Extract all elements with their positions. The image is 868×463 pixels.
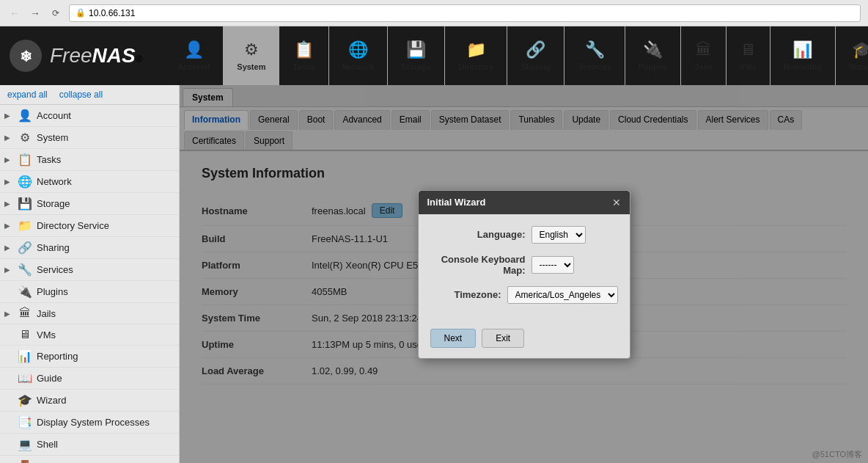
sidebar-label-wizard: Wizard (37, 395, 66, 406)
next-button[interactable]: Next (430, 329, 477, 348)
nav-item-account[interactable]: 👤 Account (164, 26, 224, 85)
sidebar-label-tasks: Tasks (37, 154, 61, 165)
expand-icon-system: ▶ (4, 134, 10, 142)
sidebar-label-vms: VMs (37, 329, 56, 340)
nav-item-jails[interactable]: 🏛 Jails (681, 26, 726, 85)
nav-label-jails: Jails (694, 62, 712, 71)
network-icon: 🌐 (348, 40, 368, 59)
expand-icon-services: ▶ (4, 266, 10, 274)
nav-item-vms[interactable]: 🖥 VMs (727, 26, 770, 85)
timezone-field: Timezone: America/Los_Angeles (430, 286, 618, 304)
url-icon: 🔒 (76, 8, 86, 18)
nav-item-plugins[interactable]: 🔌 Plugins (625, 26, 682, 85)
nav-label-directory: Directory (458, 62, 493, 71)
collapse-all-link[interactable]: collapse all (59, 90, 103, 100)
logo-text: FreeNAS® (50, 44, 142, 68)
tasks-sidebar-icon: 📋 (18, 153, 32, 167)
expand-icon-jails: ▶ (4, 310, 10, 318)
sidebar-label-plugins: Plugins (37, 286, 68, 297)
nav-item-network[interactable]: 🌐 Network (329, 26, 388, 85)
timezone-select[interactable]: America/Los_Angeles (507, 286, 618, 304)
keyboard-select[interactable]: ------ (532, 256, 574, 274)
sidebar-item-account[interactable]: ▶ 👤 Account (0, 105, 179, 127)
sidebar-item-plugins[interactable]: ▶ 🔌 Plugins (0, 281, 179, 303)
modal-overlay: Initial Wizard ✕ Language: English Conso… (180, 85, 868, 463)
logo-free: Free (50, 44, 92, 67)
account-sidebar-icon: 👤 (18, 109, 32, 123)
vms-sidebar-icon: 🖥 (18, 328, 32, 341)
url-text: 10.0.66.131 (89, 8, 135, 18)
vms-icon: 🖥 (740, 40, 756, 59)
sidebar-label-storage: Storage (37, 198, 70, 209)
sidebar-item-sharing[interactable]: ▶ 🔗 Sharing (0, 237, 179, 259)
nav-item-wizard[interactable]: 🎓 Wizard (836, 26, 868, 85)
reporting-icon: 📊 (792, 40, 812, 59)
display-sidebar-icon: 📑 (18, 415, 32, 429)
services-sidebar-icon: 🔧 (18, 263, 32, 277)
sidebar-item-services[interactable]: ▶ 🔧 Services (0, 259, 179, 281)
sidebar-item-system[interactable]: ▶ ⚙ System (0, 127, 179, 149)
sidebar-label-directory: Directory Service (37, 220, 109, 231)
nav-item-tasks[interactable]: 📋 Tasks (279, 26, 328, 85)
logo-area: ❄ FreeNAS® (7, 37, 142, 74)
sidebar-item-vms[interactable]: ▶ 🖥 VMs (0, 324, 179, 346)
main-panel: System Information General Boot Advanced… (180, 85, 868, 463)
exit-button[interactable]: Exit (482, 329, 524, 348)
sidebar-item-log-out[interactable]: ▶ 🚪 Log Out (0, 456, 179, 463)
url-bar[interactable]: 🔒 10.0.66.131 (69, 4, 861, 22)
network-sidebar-icon: 🌐 (18, 175, 32, 189)
logout-sidebar-icon: 🚪 (18, 459, 32, 463)
sidebar-item-shell[interactable]: ▶ 💻 Shell (0, 434, 179, 456)
nav-item-services[interactable]: 🔧 Services (564, 26, 625, 85)
language-label: Language: (430, 229, 526, 240)
sidebar-label-sharing: Sharing (37, 242, 70, 253)
nav-item-storage[interactable]: 💾 Storage (388, 26, 445, 85)
expand-icon-account: ▶ (4, 112, 10, 120)
sidebar-item-guide[interactable]: ▶ 📖 Guide (0, 368, 179, 390)
sidebar-item-storage[interactable]: ▶ 💾 Storage (0, 193, 179, 215)
nav-item-directory[interactable]: 📁 Directory (445, 26, 507, 85)
modal-close-button[interactable]: ✕ (612, 197, 621, 208)
nav-label-plugins: Plugins (639, 62, 668, 71)
expand-all-link[interactable]: expand all (7, 90, 48, 100)
nav-label-storage: Storage (401, 62, 431, 71)
sidebar: expand all collapse all ▶ 👤 Account ▶ ⚙ … (0, 85, 180, 463)
sidebar-item-display-system-processes[interactable]: ▶ 📑 Display System Processes (0, 412, 179, 434)
shell-sidebar-icon: 💻 (18, 437, 32, 451)
language-select[interactable]: English (532, 226, 586, 244)
sidebar-item-reporting[interactable]: ▶ 📊 Reporting (0, 346, 179, 368)
sidebar-label-services: Services (37, 264, 73, 275)
sidebar-item-wizard[interactable]: ▶ 🎓 Wizard (0, 390, 179, 412)
initial-wizard-modal: Initial Wizard ✕ Language: English Conso… (418, 190, 630, 359)
nav-item-sharing[interactable]: 🔗 Sharing (507, 26, 564, 85)
back-button[interactable]: ← (7, 6, 22, 21)
nav-item-system[interactable]: ⚙ System (224, 26, 279, 85)
sharing-icon: 🔗 (526, 40, 545, 59)
app: ❄ FreeNAS® 👤 Account ⚙ System 📋 Tasks 🌐 (0, 26, 868, 463)
sidebar-item-network[interactable]: ▶ 🌐 Network (0, 171, 179, 193)
system-icon: ⚙ (244, 40, 259, 59)
keyboard-label: Console Keyboard Map: (430, 254, 526, 276)
nav-label-network: Network (342, 62, 374, 71)
nav-label-account: Account (177, 62, 210, 71)
sidebar-label-display: Display System Processes (37, 417, 150, 428)
freenas-logo-icon: ❄ (7, 37, 44, 74)
nav-bar: 👤 Account ⚙ System 📋 Tasks 🌐 Network 💾 S… (164, 26, 868, 85)
sidebar-item-jails[interactable]: ▶ 🏛 Jails (0, 303, 179, 324)
sidebar-controls: expand all collapse all (0, 85, 179, 105)
forward-button[interactable]: → (28, 6, 43, 21)
nav-item-reporting[interactable]: 📊 Reporting (770, 26, 836, 85)
storage-sidebar-icon: 💾 (18, 197, 32, 211)
sidebar-label-reporting: Reporting (37, 351, 78, 362)
guide-sidebar-icon: 📖 (18, 371, 32, 385)
sidebar-item-tasks[interactable]: ▶ 📋 Tasks (0, 149, 179, 171)
refresh-button[interactable]: ⟳ (48, 6, 63, 21)
directory-sidebar-icon: 📁 (18, 219, 32, 233)
nav-label-vms: VMs (740, 62, 757, 71)
sidebar-item-directory-service[interactable]: ▶ 📁 Directory Service (0, 215, 179, 237)
timezone-label: Timezone: (430, 289, 501, 300)
modal-footer: Next Exit (419, 323, 630, 358)
nav-label-sharing: Sharing (521, 62, 551, 71)
content-area: expand all collapse all ▶ 👤 Account ▶ ⚙ … (0, 85, 868, 463)
svg-text:❄: ❄ (20, 48, 32, 65)
